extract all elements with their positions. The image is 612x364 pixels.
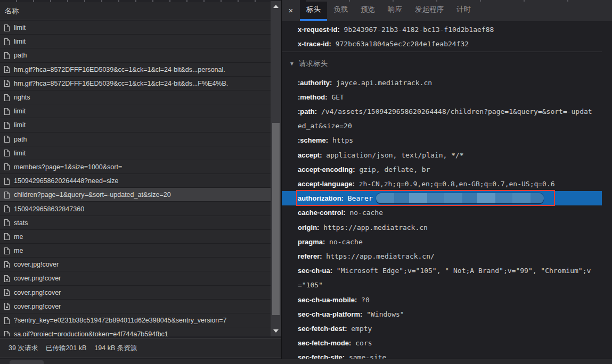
- header-key: :scheme:: [298, 136, 328, 144]
- request-row[interactable]: 1509429658632847360: [0, 202, 271, 216]
- request-name: limit: [14, 150, 26, 157]
- scroll-up-icon[interactable]: [273, 5, 279, 8]
- request-row[interactable]: cover.jpg!cover: [0, 258, 271, 271]
- left-scrollbar[interactable]: [271, 1, 281, 336]
- request-row[interactable]: cover.png!cover: [0, 271, 271, 285]
- header-entry: :authority: jayce.api.mediatrack.cn: [282, 76, 602, 90]
- request-headers-list: :authority: jayce.api.mediatrack.cn:meth…: [282, 76, 602, 359]
- tab-preview[interactable]: 预览: [354, 0, 381, 21]
- header-key: x-request-id:: [298, 26, 340, 34]
- tab-payload[interactable]: 负载: [327, 0, 354, 21]
- response-meta-headers: x-request-id: 9b243967-21b3-4182-bc13-f1…: [282, 22, 602, 51]
- header-key: origin:: [298, 224, 319, 231]
- tab-response[interactable]: 响应: [381, 0, 409, 21]
- headers-detail-view: x-request-id: 9b243967-21b3-4182-bc13-f1…: [282, 21, 602, 359]
- request-row[interactable]: limit: [0, 21, 271, 35]
- image-file-icon: [4, 65, 10, 73]
- request-row[interactable]: sa.gif?project=production&token=e4f744a7…: [0, 327, 271, 336]
- request-row[interactable]: limit: [0, 104, 271, 118]
- header-key: :authority:: [298, 79, 332, 87]
- image-file-icon: [4, 288, 10, 296]
- header-entry: accept: application/json, text/plain, */…: [282, 148, 602, 162]
- image-file-icon: [4, 302, 10, 310]
- drawer-button[interactable]: [10, 360, 44, 364]
- request-row[interactable]: ?sentry_key=e0231b38c519472b894011d62e39…: [0, 313, 271, 327]
- scroll-down-icon[interactable]: [273, 329, 279, 333]
- header-key: sec-ch-ua-mobile:: [298, 296, 357, 304]
- image-file-icon: [4, 261, 10, 269]
- request-name: limit: [14, 38, 26, 45]
- request-name: rights: [14, 94, 30, 101]
- tab-headers[interactable]: 标头: [300, 0, 327, 21]
- header-key: sec-fetch-mode:: [298, 339, 351, 347]
- header-entry: sec-fetch-dest: empty: [282, 321, 602, 336]
- image-file-icon: [4, 79, 10, 87]
- tabs-container: 标头负载预览响应发起程序计时: [300, 0, 477, 21]
- document-file-icon: [4, 135, 10, 143]
- request-details-panel: × 标头负载预览响应发起程序计时 x-request-id: 9b243967-…: [281, 0, 612, 364]
- left-scrollbar-thumb[interactable]: [272, 123, 280, 315]
- document-file-icon: [4, 219, 10, 227]
- request-name: cover.png!cover: [14, 289, 61, 296]
- request-row[interactable]: hm.gif?hca=8572DFFF16ED5039&cc=1&ck=1&cl…: [0, 77, 271, 90]
- header-key: pragma:: [298, 238, 325, 246]
- header-key: accept:: [298, 151, 322, 159]
- image-file-icon: [4, 275, 10, 283]
- header-entry: sec-ch-ua: "Microsoft Edge";v="105", " N…: [282, 263, 602, 292]
- tab-timing[interactable]: 计时: [450, 0, 477, 21]
- document-file-icon: [4, 247, 10, 255]
- devtools-network-panel: 名称 limitlimitpathhm.gif?hca=8572DFFF16ED…: [0, 0, 612, 364]
- request-row[interactable]: me: [0, 244, 271, 258]
- request-row[interactable]: limit: [0, 146, 271, 160]
- header-entry: sec-ch-ua-mobile: ?0: [282, 293, 602, 307]
- request-row[interactable]: stats: [0, 216, 271, 230]
- request-name: limit: [14, 121, 26, 129]
- document-file-icon: [4, 177, 10, 185]
- request-row[interactable]: hm.gif?hca=8572DFFF16ED5039&cc=1&ck=1&cl…: [0, 63, 271, 77]
- request-headers-section-toggle[interactable]: ▼ 请求标头: [282, 56, 602, 71]
- header-entry: x-trace-id: 972bc63a1804a5ec2c284e1feab2…: [282, 37, 602, 51]
- header-entry: sec-ch-ua-platform: "Windows": [282, 307, 602, 321]
- request-row[interactable]: me: [0, 230, 271, 244]
- header-entry: sec-fetch-site: same-site: [282, 350, 602, 359]
- request-name: limit: [14, 24, 26, 31]
- network-status-bar: 39 次请求 已传输201 kB 194 kB 条资源: [0, 338, 281, 358]
- document-file-icon: [4, 52, 10, 60]
- document-file-icon: [4, 94, 10, 102]
- request-name: 1509429658620264448?need=size: [14, 177, 118, 185]
- request-list: limitlimitpathhm.gif?hca=8572DFFF16ED503…: [0, 21, 271, 336]
- request-row-selected[interactable]: children?page=1&query=&sort=-updated_at&…: [0, 188, 271, 202]
- request-row[interactable]: members?page=1&size=1000&sort=: [0, 160, 271, 174]
- request-name: limit: [14, 107, 26, 115]
- request-row[interactable]: 1509429658620264448?need=size: [0, 174, 271, 188]
- request-row[interactable]: path: [0, 133, 271, 146]
- request-name: path: [14, 136, 27, 143]
- tab-initiator[interactable]: 发起程序: [409, 0, 450, 21]
- request-row[interactable]: rights: [0, 90, 271, 104]
- request-name: cover.png!cover: [14, 275, 61, 282]
- request-row[interactable]: cover.png!cover: [0, 286, 271, 300]
- header-key: authorization:: [298, 194, 344, 202]
- close-icon[interactable]: ×: [282, 0, 300, 21]
- name-column-header[interactable]: 名称: [0, 2, 271, 20]
- request-name: hm.gif?hca=8572DFFF16ED5039&cc=1&ck=1&cl…: [14, 66, 225, 73]
- request-row[interactable]: cover.png!cover: [0, 300, 271, 313]
- request-name: path: [14, 52, 27, 59]
- request-row[interactable]: path: [0, 48, 271, 62]
- request-name: me: [14, 247, 23, 254]
- document-file-icon: [4, 107, 10, 115]
- header-key: sec-ch-ua-platform:: [298, 310, 362, 318]
- header-entry: accept-encoding: gzip, deflate, br: [282, 162, 602, 177]
- header-entry: pragma: no-cache: [282, 235, 602, 249]
- request-row[interactable]: limit: [0, 118, 271, 132]
- header-key: sec-fetch-dest:: [298, 325, 347, 333]
- document-file-icon: [4, 317, 10, 325]
- header-entry: referer: https://app.mediatrack.cn/: [282, 249, 602, 263]
- section-title-label: 请求标头: [299, 56, 328, 71]
- request-name: stats: [14, 219, 28, 227]
- request-row[interactable]: limit: [0, 35, 271, 48]
- requests-count: 39 次请求: [9, 344, 38, 353]
- request-name: 1509429658632847360: [14, 205, 84, 213]
- document-file-icon: [4, 24, 10, 32]
- header-entry: :scheme: https: [282, 133, 602, 147]
